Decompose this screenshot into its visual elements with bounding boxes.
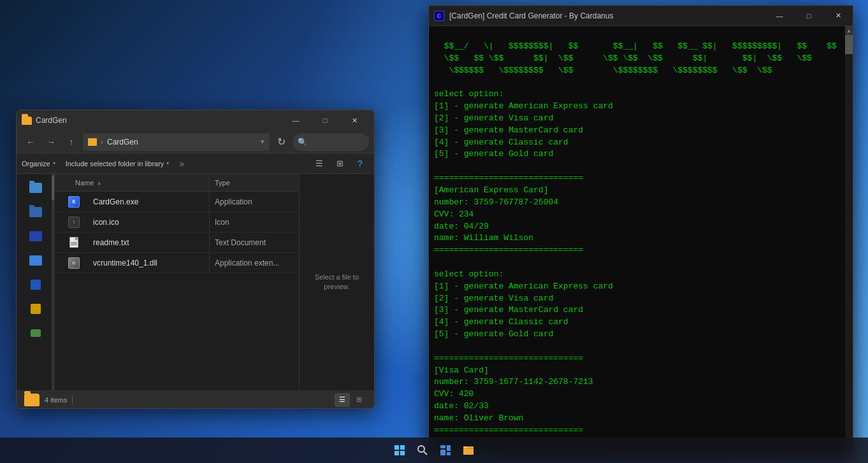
explorer-body: Name ▲ Type E CardGen.exe Application [17,174,374,390]
ribbon-more-button[interactable]: » [179,159,184,169]
result-2-date: date: 02/33 [434,401,489,411]
file-explorer-window: CardGen — □ ✕ ← → ↑ › CardGen ▾ ↻ 🔍 Orga… [16,110,375,409]
file-row-cardgenexe[interactable]: E CardGen.exe Application [55,192,299,212]
result-1-name: name: William Wilson [434,233,533,243]
menu-2-opt4: [4] - generate Classic card [434,317,568,327]
view-details-button[interactable]: ☰ [310,156,328,171]
terminal-controls: — □ ✕ [765,6,853,26]
txt-icon-lines [71,242,77,246]
window-controls: — □ ✕ [281,110,369,131]
view-help-button[interactable]: ? [351,156,369,171]
banner-line-2: \$$ $$ \$$ $$| \$$ \$$ \$$ \$$ $$| $$| \… [434,53,812,63]
sidebar-item-7[interactable] [23,322,48,345]
back-button[interactable]: ← [22,133,40,151]
svg-rect-8 [447,445,451,451]
menu-1-opt5: [5] - generate Gold card [434,149,553,159]
file-row-dll[interactable]: D vcruntime140_1.dll Application exten..… [55,253,299,273]
file-row-readmetxt[interactable]: readme.txt Text Document [55,232,299,253]
sidebar-item-4[interactable] [23,249,48,272]
maximize-button[interactable]: □ [310,110,340,131]
sidebar-item-1[interactable] [23,176,48,199]
file-type-readmetxt: Text Document [210,238,299,247]
svg-rect-0 [394,445,399,450]
address-folder-icon [88,138,97,146]
sidebar-item-6[interactable] [23,297,48,320]
scroll-track[interactable] [845,35,853,448]
file-name-cardgenexe: CardGen.exe [93,197,209,206]
include-folder-button[interactable]: Include selected folder in library ▾ [66,160,170,167]
svg-rect-6 [440,445,445,448]
sidebar-item-3[interactable] [23,225,48,248]
file-row-iconico[interactable]: I icon.ico Icon [55,212,299,232]
terminal-titlebar: C [CardGen] Credit Card Generator - By C… [429,6,853,26]
status-divider [72,395,73,404]
file-name-readmetxt: readme.txt [93,238,209,247]
minimize-button[interactable]: — [281,110,310,131]
forward-button[interactable]: → [42,133,60,151]
result-2-type: [Visa Card] [434,366,489,375]
txt-line-2 [71,243,77,244]
address-path: CardGen [107,138,138,146]
taskbar-start-button[interactable] [389,440,410,460]
result-2-number: number: 3759-1677-1142-2678-7213 [434,377,593,387]
terminal-minimize[interactable]: — [765,6,794,26]
explorer-title: CardGen [36,116,276,125]
menu-1-opt2: [2] - generate Visa card [434,113,553,123]
taskbar-explorer-button[interactable] [458,440,479,460]
view-icons-button[interactable]: ⊞ [331,156,349,171]
preview-text: Select a file to preview. [310,273,364,292]
search-box[interactable]: 🔍 [293,133,369,151]
column-name-header[interactable]: Name ▲ [55,179,209,187]
svg-rect-7 [440,450,445,455]
sidebar-item-5[interactable] [23,273,48,296]
result-2-divider-bot: ============================== [434,425,583,435]
status-view-details[interactable]: ☰ [335,393,350,407]
address-bar[interactable]: › CardGen ▾ [83,133,270,151]
explorer-nav-toolbar: ← → ↑ › CardGen ▾ ↻ 🔍 [17,131,374,153]
menu-2-label: select option: [434,269,503,279]
file-type-dll: Application exten... [210,259,299,267]
exe-icon: E [68,196,80,208]
file-name-iconico: icon.ico [93,218,209,227]
up-button[interactable]: ↑ [62,133,80,151]
close-button[interactable]: ✕ [340,110,369,131]
menu-2-opt1: [1] - generate American Express card [434,281,613,291]
svg-rect-1 [400,445,405,450]
txt-icon [69,237,78,248]
scroll-up-arrow[interactable]: ▲ [845,26,853,35]
taskbar [0,438,868,463]
menu-1-opt4: [4] - generate Classic card [434,138,568,147]
status-view-tiles[interactable]: ⊞ [351,393,366,407]
organize-button[interactable]: Organize ▾ [22,160,55,167]
terminal-title: [CardGen] Credit Card Generator - By Car… [449,11,765,20]
ico-icon: I [68,217,80,228]
banner-line-3: \$$$$$$ \$$$$$$$$ \$$ \$$$$$$$$ \$$$$$$$… [434,66,772,75]
terminal-scrollbar[interactable]: ▲ ▼ [845,26,853,457]
terminal-body: $$__/ \| $$$$$$$$| $$ $$__| $$ $$__ $$| … [429,26,853,457]
start-icon [393,444,406,457]
preview-panel: Select a file to preview. [299,174,374,390]
file-type-cardgenexe: Application [210,197,299,206]
sidebar-item-2[interactable] [23,201,48,224]
organize-chevron: ▾ [53,160,55,166]
sidebar-scroll-thumb [52,175,54,201]
widgets-icon [439,444,452,457]
taskbar-search-button[interactable] [412,440,433,460]
taskbar-center [389,440,479,460]
svg-line-5 [424,452,427,455]
include-chevron: ▾ [166,160,169,166]
terminal-close[interactable]: ✕ [823,6,853,26]
svg-point-4 [418,446,424,452]
status-item-count: 4 items [45,396,67,404]
terminal-content[interactable]: $$__/ \| $$$$$$$$| $$ $$__| $$ $$__ $$| … [429,26,845,457]
sidebar-scrollbar[interactable] [52,174,54,390]
explorer-statusbar: 4 items ☰ ⊞ [17,390,374,408]
explorer-ribbon: Organize ▾ Include selected folder in li… [17,153,374,174]
column-type-header[interactable]: Type [210,179,299,187]
refresh-button[interactable]: ↻ [272,133,290,151]
terminal-maximize[interactable]: □ [794,6,823,26]
sidebar-nav [17,174,55,390]
result-1-divider-top: ============================== [434,173,583,183]
taskbar-widgets-button[interactable] [435,440,456,460]
result-1-type: [American Express Card] [434,185,548,195]
